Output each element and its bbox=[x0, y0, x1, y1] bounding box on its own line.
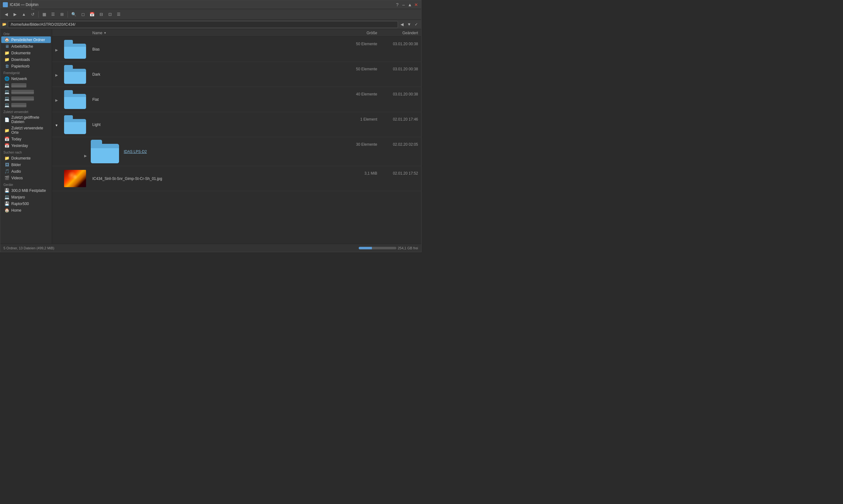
device-icon: 💻 bbox=[4, 96, 10, 101]
sidebar-item-documents[interactable]: 📁 Dokumente bbox=[1, 50, 51, 56]
main-area: Orte 🏠 Persönlicher Ordner 🖥 Arbeitsfläc… bbox=[0, 29, 421, 244]
sidebar-item-search-videos[interactable]: 🎬 Videos bbox=[1, 175, 51, 181]
col-size-header[interactable]: Größe bbox=[349, 31, 380, 35]
recent-files-icon: 📄 bbox=[4, 118, 10, 122]
sidebar-item-label: Audio bbox=[11, 169, 21, 174]
col-name-header[interactable]: Name ▼ bbox=[89, 31, 349, 35]
sidebar-item-raptor500[interactable]: 💾 Raptor500 bbox=[1, 200, 51, 207]
minimize-button[interactable]: – bbox=[401, 2, 406, 7]
sidebar-item-label: Papierkorb bbox=[11, 64, 30, 69]
col-date-header[interactable]: Geändert bbox=[380, 31, 421, 35]
sidebar-item-manjaro[interactable]: 💻 Manjaro bbox=[1, 194, 51, 200]
folder-icon-sm: 📁 bbox=[4, 51, 10, 55]
sidebar-item-home[interactable]: 🏠 Home bbox=[1, 207, 51, 214]
sub-expand-area: ▶ bbox=[61, 145, 89, 158]
network-icon: 🌐 bbox=[4, 76, 10, 81]
home-icon: 🏠 bbox=[4, 37, 10, 42]
sidebar-item-hdd[interactable]: 💾 300,0 MiB Festplatte bbox=[1, 187, 51, 194]
sidebar-item-today[interactable]: 📅 Today bbox=[1, 136, 51, 142]
sidebar-item-yesterday[interactable]: 📅 Yesterday bbox=[1, 142, 51, 149]
sidebar-item-personal-folder[interactable]: 🏠 Persönlicher Ordner bbox=[1, 36, 51, 43]
menu-button[interactable]: ☰ bbox=[115, 11, 123, 19]
sidebar-item-label: Zuletzt verwendete Orte bbox=[11, 126, 48, 135]
sidebar-item-label: 300,0 MiB Festplatte bbox=[11, 188, 46, 193]
folder-icon bbox=[64, 65, 86, 84]
folder-icon bbox=[64, 40, 86, 59]
sidebar-item-recent-files[interactable]: 📄 Zuletzt geöffnete Dateien bbox=[1, 114, 51, 125]
filter-button[interactable]: ⊟ bbox=[97, 11, 105, 19]
sidebar-item-label: Home bbox=[11, 208, 21, 213]
table-row[interactable]: ▶ Dark 50 Elemente 03.01.20 00:38 bbox=[52, 62, 421, 87]
back-button[interactable]: ◀ bbox=[2, 11, 11, 19]
sidebar: Orte 🏠 Persönlicher Ordner 🖥 Arbeitsfläc… bbox=[0, 29, 52, 244]
help-button[interactable]: ? bbox=[395, 2, 400, 7]
view-icons-button[interactable]: ▦ bbox=[40, 11, 48, 19]
sidebar-item-label: ▬▬▬▬ bbox=[11, 103, 26, 107]
sidebar-item-label: ▬▬▬▬▬▬ bbox=[11, 90, 34, 94]
titlebar-controls: ? – ▲ ✕ bbox=[395, 2, 419, 7]
search-button[interactable]: 🔍 bbox=[69, 11, 78, 19]
sidebar-item-device4[interactable]: 💻 ▬▬▬▬ bbox=[1, 102, 51, 108]
sidebar-item-trash[interactable]: 🗑 Papierkorb bbox=[1, 63, 51, 69]
app-icon bbox=[3, 2, 8, 7]
preview-button[interactable]: ◻ bbox=[79, 11, 87, 19]
sidebar-item-search-images[interactable]: 🖼 Bilder bbox=[1, 161, 51, 168]
file-date: 03.01.20 00:38 bbox=[380, 90, 421, 96]
device-icon: 💻 bbox=[4, 83, 10, 88]
sidebar-item-label: Bilder bbox=[11, 163, 21, 167]
sidebar-item-desktop[interactable]: 🖥 Arbeitsfläche bbox=[1, 43, 51, 50]
close-button[interactable]: ✕ bbox=[414, 2, 419, 7]
device-icon: 💻 bbox=[4, 90, 10, 94]
calendar-button[interactable]: 📅 bbox=[88, 11, 96, 19]
view-details-button[interactable]: ⊞ bbox=[58, 11, 66, 19]
sidebar-item-network[interactable]: 🌐 Netzwerk bbox=[1, 75, 51, 82]
addr-dropdown-btn[interactable]: ▼ bbox=[406, 21, 412, 27]
file-date: 02.01.20 17:46 bbox=[380, 114, 421, 122]
table-row[interactable]: ▶ IDAS LPS-D2 30 Elemente 02. bbox=[52, 137, 421, 166]
sidebar-item-label: Manjaro bbox=[11, 195, 25, 199]
sub-expand-btn[interactable]: ▶ bbox=[84, 154, 87, 158]
sidebar-item-label: Persönlicher Ordner bbox=[11, 38, 45, 42]
address-input[interactable] bbox=[8, 21, 398, 28]
disk-bar bbox=[359, 247, 396, 249]
split-button[interactable]: ⊡ bbox=[106, 11, 114, 19]
sidebar-item-label: Downloads bbox=[11, 57, 30, 62]
file-name: IDAS LPS-D2 bbox=[121, 149, 349, 154]
table-row[interactable]: ▶ IC434_Siril-St-Snr_Gimp-St-Cr-Sh_01.jp… bbox=[52, 166, 421, 191]
expand-btn[interactable]: ▶ bbox=[52, 65, 61, 77]
sidebar-item-downloads[interactable]: 📁 Downloads bbox=[1, 56, 51, 63]
table-row[interactable]: ▼ Light 1 Element 02.01.20 17:46 bbox=[52, 112, 421, 137]
maximize-button[interactable]: ▲ bbox=[407, 2, 412, 7]
status-right: 254,1 GB frei bbox=[359, 246, 418, 250]
manjaro-icon: 💻 bbox=[4, 195, 10, 199]
addr-confirm-btn[interactable]: ✓ bbox=[413, 21, 419, 27]
expand-btn[interactable]: ▶ bbox=[52, 39, 61, 52]
sidebar-item-device2[interactable]: 💻 ▬▬▬▬▬▬ bbox=[1, 89, 51, 95]
table-row[interactable]: ▶ Bias 50 Elemente 03.01.20 00:38 bbox=[52, 37, 421, 62]
up-button[interactable]: ▲ bbox=[20, 11, 28, 19]
section-zuletzt-label: Zuletzt verwendet bbox=[0, 108, 52, 114]
raptor-icon: 💾 bbox=[4, 201, 10, 206]
table-row[interactable]: ▶ Flat 40 Elemente 03.01.20 00:38 bbox=[52, 87, 421, 112]
addr-back-btn[interactable]: ◀ bbox=[399, 21, 405, 27]
sidebar-item-device3[interactable]: 💻 ▬▬▬▬▬▬ bbox=[1, 95, 51, 102]
file-size: 50 Elemente bbox=[349, 39, 380, 46]
expand-btn[interactable]: ▶ bbox=[52, 90, 61, 102]
column-headers: Name ▼ Größe Geändert bbox=[52, 29, 421, 37]
sidebar-item-search-audio[interactable]: 🎵 Audio bbox=[1, 168, 51, 175]
search-images-icon: 🖼 bbox=[4, 162, 10, 167]
file-name: Bias bbox=[89, 47, 349, 52]
hdd-icon: 💾 bbox=[4, 188, 10, 193]
file-date: 03.01.20 00:38 bbox=[380, 39, 421, 46]
sidebar-item-recent-places[interactable]: 📁 Zuletzt verwendete Orte bbox=[1, 125, 51, 136]
file-date: 03.01.20 00:38 bbox=[380, 65, 421, 71]
search-docs-icon: 📁 bbox=[4, 156, 10, 160]
file-size: 3,1 MiB bbox=[349, 169, 380, 176]
disk-free-label: 254,1 GB frei bbox=[398, 246, 418, 250]
view-compact-button[interactable]: ☰ bbox=[49, 11, 57, 19]
forward-button[interactable]: ▶ bbox=[11, 11, 19, 19]
expand-btn[interactable]: ▼ bbox=[52, 114, 61, 127]
sidebar-item-search-docs[interactable]: 📁 Dokumente bbox=[1, 155, 51, 161]
sidebar-item-device1[interactable]: 💻 ▬▬▬▬ bbox=[1, 82, 51, 89]
file-size: 1 Element bbox=[349, 114, 380, 122]
